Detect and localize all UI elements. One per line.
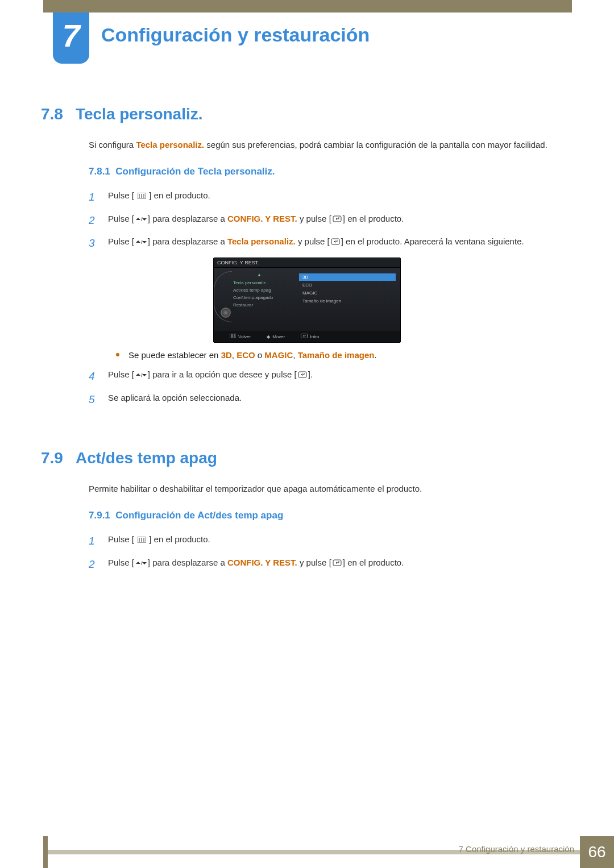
subsection-7-9-1-heading: 7.9.1 Configuración de Act/des temp apag [89,510,573,521]
step-2: 2 Pulse [/] para desplazarse a CONFIG. Y… [89,212,573,229]
step-text: Pulse [/] para ir a la opción que desee … [108,368,573,382]
chapter-number: 7 [62,17,80,54]
highlight-magic: MAGIC [264,350,293,360]
subsection-title: Configuración de Tecla personaliz. [115,166,275,177]
highlight-config-y-rest: CONFIG. Y REST. [227,558,297,567]
text: , [293,350,297,360]
osd-left-item: Restaurar [233,301,297,309]
text: Pulse [ [108,534,136,544]
step-number: 1 [89,533,99,550]
text: ] para desplazarse a [148,214,227,223]
text: Pulse [ [108,236,134,246]
osd-left-item: Conf.temp.apagado [233,294,297,301]
section-7-8-intro: Si configura Tecla personaliz. según sus… [89,138,573,151]
chapter-number-box: 7 [53,13,89,64]
text: o [255,350,265,360]
osd-footer-move: ◆ Mover [267,334,285,339]
step-5: 5 Se aplicará la opción seleccionada. [89,391,573,408]
osd-right-item: ECO [299,281,396,289]
enter-icon [333,213,342,226]
text: según sus preferencias, podrá cambiar la… [204,140,547,149]
step-number: 2 [89,212,99,229]
step-text: Pulse [/] para desplazarse a Tecla perso… [108,235,573,249]
section-7-9-heading: 7.9 Act/des temp apag [41,449,573,467]
step-text: Pulse [/] para desplazarse a CONFIG. Y R… [108,212,573,226]
footer-chapter-label: 7 Configuración y restauración [459,844,574,854]
section-7-9-intro: Permite habilitar o deshabilitar el temp… [89,482,573,495]
step-2: 2 Pulse [/] para desplazarse a CONFIG. Y… [89,556,573,573]
text: Se puede establecer en [128,350,221,360]
step-text: Se aplicará la opción seleccionada. [108,391,573,405]
osd-footer-label: Volver [238,334,251,339]
menu-icon [138,533,146,547]
subsection-title: Configuración de Act/des temp apag [115,510,283,521]
bullet-icon [116,353,119,356]
step-number: 4 [89,368,99,385]
text: ] en el producto. [343,558,404,567]
subsection-7-8-1-heading: 7.8.1 Configuración de Tecla personaliz. [89,166,573,177]
text: y pulse [ [296,236,330,246]
top-decorative-band [0,0,614,13]
svg-text:/: / [141,560,143,566]
highlight-config-y-rest: CONFIG. Y REST. [227,214,297,223]
osd-footer-label: Intro [310,334,319,339]
text: . [374,350,376,360]
text: ] para ir a la opción que desee y pulse … [148,369,297,379]
step-text: Pulse [/] para desplazarse a CONFIG. Y R… [108,556,573,570]
text: ] en el producto. Aparecerá la ventana s… [341,236,524,246]
text: ] en el producto. [343,214,404,223]
osd-left-menu: ▲ Tecla personaliz. Act/des temp apag Co… [214,268,299,330]
text: ] en el producto. [147,534,210,544]
osd-left-item-selected: Tecla personaliz. [233,279,297,286]
osd-left-item: Act/des temp apag [233,286,297,294]
enter-icon [301,334,308,339]
step-number: 5 [89,391,99,408]
text: ] para desplazarse a [148,236,227,246]
svg-text:/: / [141,372,143,378]
osd-footer: Volver ◆ Mover Intro [214,331,400,342]
text: ]. [308,369,313,379]
osd-right-item: Tamaño de imagen [299,297,396,305]
osd-footer-label: Mover [272,334,285,339]
highlight-tecla-personaliz: Tecla personaliz. [136,140,204,149]
step-text: Pulse [ ] en el producto. [108,189,573,203]
page-number: 66 [580,836,614,868]
osd-right-panel: 3D ECO MAGIC Tamaño de imagen [299,268,400,330]
section-title: Tecla personaliz. [76,105,203,123]
step-number: 2 [89,556,99,573]
enter-icon [331,235,340,249]
subsection-number: 7.9.1 [89,510,110,521]
text: y pulse [ [297,558,331,567]
text: Pulse [ [108,369,134,379]
step-1: 1 Pulse [ ] en el producto. [89,189,573,206]
svg-text:/: / [141,217,143,222]
subsection-number: 7.8.1 [89,166,110,177]
text: , [232,350,237,360]
osd-right-item: MAGIC [299,289,396,297]
text: Pulse [ [108,214,134,223]
bullet-note: Se puede establecer en 3D, ECO o MAGIC, … [116,348,573,362]
move-icon: ◆ [267,334,270,339]
up-down-icon: / [135,235,147,249]
menu-icon [138,189,146,203]
text: y pulse [ [297,214,331,223]
text: Pulse [ [108,558,134,567]
osd-footer-enter: Intro [301,334,319,339]
text: Si configura [89,140,136,149]
highlight-eco: ECO [237,350,255,360]
up-down-icon: / [135,368,147,382]
up-down-icon: / [135,213,147,226]
footer-vertical-accent [43,836,48,868]
section-title: Act/des temp apag [76,449,217,467]
osd-footer-back: Volver [230,334,251,339]
section-7-8-heading: 7.8 Tecla personaliz. [41,105,573,123]
step-text: Pulse [ ] en el producto. [108,533,573,547]
osd-right-item-highlighted: 3D [299,273,396,281]
highlight-tamano-imagen: Tamaño de imagen [298,350,375,360]
highlight-3d: 3D [221,350,232,360]
bullet-text: Se puede establecer en 3D, ECO o MAGIC, … [128,348,377,362]
up-down-icon: / [135,556,147,570]
osd-title: CONFIG. Y REST. [214,258,400,268]
step-number: 1 [89,189,99,206]
step-3: 3 Pulse [/] para desplazarse a Tecla per… [89,235,573,252]
